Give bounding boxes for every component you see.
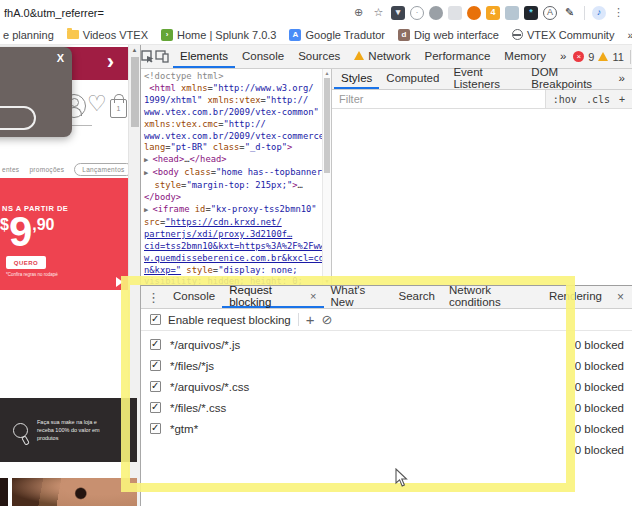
code-line[interactable]: n&kxp=" style="display: none; (144, 265, 331, 277)
tab-computed[interactable]: Computed (379, 69, 446, 89)
code-line[interactable]: lang="pt-BR" class="_d-top"> (144, 142, 331, 154)
tab-network[interactable]: Network (347, 45, 417, 68)
blocked-pattern-row[interactable]: 0 blocked (141, 439, 632, 460)
drawer-tab-search[interactable]: Search (392, 286, 442, 308)
bookmark-videos-vtex[interactable]: Videos VTEX (67, 29, 148, 41)
scrollbar-thumb[interactable] (324, 78, 330, 173)
add-pattern-icon[interactable]: + (306, 312, 315, 327)
bookmark-e-planning[interactable]: e planning (3, 29, 54, 41)
toggle-[interactable]: + (619, 94, 625, 105)
pattern-checkbox[interactable] (150, 360, 161, 371)
tab-console[interactable]: Console (235, 45, 291, 68)
blocked-pattern-row[interactable]: *gtm*0 blocked (141, 418, 632, 439)
nav-item-entes[interactable]: entes (2, 166, 19, 173)
elements-scrollbar[interactable]: ▲ ▼ (322, 69, 331, 285)
device-toolbar-icon[interactable] (155, 45, 169, 68)
tab-elements[interactable]: Elements (173, 45, 235, 68)
bookmark-google-tradutor[interactable]: AGoogle Tradutor (289, 29, 385, 41)
tab-sources[interactable]: Sources (291, 45, 347, 68)
toggle-cls[interactable]: .cls (586, 94, 610, 105)
toggle-hov[interactable]: :hov (553, 94, 577, 105)
ext-gear-icon[interactable] (429, 6, 443, 20)
banner-next-chevron-icon[interactable]: › (107, 49, 114, 75)
code-line[interactable]: www.vtex.com.br/2009/vtex-commerce" (144, 131, 331, 143)
code-line[interactable]: xmlns:vtex.cmc="http:// (144, 119, 331, 131)
promo-card[interactable]: Faça sua make na loja e receba 100% do v… (0, 398, 137, 462)
enable-blocking-checkbox[interactable] (150, 314, 161, 325)
remove-all-icon[interactable]: ⊘ (322, 313, 333, 326)
scroll-up-icon[interactable]: ▲ (323, 70, 331, 76)
code-line[interactable]: style="margin-top: 215px;">… (144, 180, 331, 192)
tab-performance[interactable]: Performance (418, 45, 498, 68)
scrollbar-thumb[interactable] (131, 57, 139, 127)
tab-dom-breakpoints[interactable]: DOM Breakpoints (524, 69, 611, 89)
bookmark-dig-web-interface[interactable]: dDig web interface (398, 29, 499, 41)
bookmark-star-icon[interactable]: ☆ (371, 5, 386, 20)
browser-menu-icon[interactable]: ⋮ (611, 5, 626, 20)
drawer-tab-rendering[interactable]: Rendering (542, 286, 609, 308)
code-line[interactable]: www.vtex.com.br/2009/vtex-common" (144, 107, 331, 119)
tab-styles[interactable]: Styles (334, 69, 379, 89)
ext-a-icon[interactable]: A (543, 6, 557, 20)
pattern-checkbox[interactable] (150, 381, 161, 392)
code-line[interactable]: cid=tss2bmn10&kxt=https%3A%2F%2Fww (144, 241, 331, 253)
blocked-pattern-row[interactable]: */arquivos/*.css0 blocked (141, 376, 632, 397)
drawer-tab-network-conditions[interactable]: Network conditions (442, 286, 542, 308)
cart-bag-icon[interactable]: 1 (110, 99, 127, 118)
ext-walker-icon[interactable] (505, 6, 519, 20)
styles-filter-input[interactable]: Filter (332, 93, 363, 105)
media-note-icon[interactable]: ♪ (592, 6, 606, 20)
carousel-arrow-icon[interactable] (116, 277, 123, 287)
ext-orange-4-icon[interactable]: 4 (486, 6, 500, 20)
pattern-checkbox[interactable] (150, 402, 161, 413)
zoom-icon[interactable]: ⊕ (351, 5, 366, 20)
code-line[interactable]: ▶ <head>…</head> (144, 154, 331, 167)
pattern-checkbox[interactable] (150, 423, 161, 434)
error-badge-icon[interactable]: × (573, 51, 584, 62)
code-line[interactable]: src="https://cdn.krxd.net/ (144, 217, 331, 229)
nav-item-lan-amentos[interactable]: Lançamentos (74, 163, 132, 176)
ext-timer-icon[interactable]: · (410, 6, 424, 20)
bookmarks-overflow-chevron[interactable]: » (627, 29, 632, 41)
drawer-menu-icon[interactable]: ⋮ (141, 286, 166, 308)
wishlist-heart-icon[interactable]: ♡ (87, 91, 107, 117)
dom-code[interactable]: <!doctype html> <html xmlns="http://www.… (141, 69, 331, 285)
ext-shield-icon[interactable]: ▾ (391, 6, 405, 20)
blocked-pattern-row[interactable]: */files/*js0 blocked (141, 355, 632, 376)
code-line[interactable]: w.quemdisseberenice.com.br&kxcl=cd (144, 253, 331, 265)
code-line[interactable]: <html xmlns="http://www.w3.org/ (144, 83, 331, 95)
pattern-checkbox[interactable] (150, 339, 161, 350)
ext-pen-icon[interactable]: ✎ (562, 5, 577, 20)
hero-banner[interactable]: NS A PARTIR DE $ 9 ,90 QUERO *Confira re… (0, 178, 128, 290)
url-text[interactable]: fhA.0&utm_referrer= (4, 7, 104, 19)
inspect-element-icon[interactable] (141, 45, 155, 68)
drawer-tab-request-blocking[interactable]: Request blocking× (222, 286, 323, 308)
bookmark-vtex-community[interactable]: VTEX Community (512, 29, 614, 41)
drawer-tab-what-s-new[interactable]: What's New (324, 286, 392, 308)
tab-event-listeners[interactable]: Event Listeners (446, 69, 524, 89)
address-bar[interactable]: fhA.0&utm_referrer= ⊕☆▾·4*A✎♪⋮ (0, 0, 632, 25)
code-line[interactable]: 1999/xhtml" xmlns:vtex="http:// (144, 95, 331, 107)
popup-close-icon[interactable]: X (57, 52, 64, 64)
ext-pumpkin-icon[interactable] (467, 6, 481, 20)
code-line[interactable]: partnerjs/xdi/proxy.3d2100f… (144, 229, 331, 241)
ext-react-icon[interactable]: * (524, 6, 538, 20)
tab-memory[interactable]: Memory (497, 45, 553, 68)
drawer-close-icon[interactable]: × (609, 286, 632, 308)
elements-tree-panel[interactable]: <!doctype html> <html xmlns="http://www.… (141, 69, 331, 285)
code-line[interactable]: ▶ <body class="home has--topbanner" (144, 167, 331, 180)
hero-cta-button[interactable]: QUERO (6, 256, 46, 269)
more-tabs-chevron[interactable]: » (553, 45, 573, 68)
nav-item-promo-es[interactable]: promoções (29, 166, 64, 173)
bookmark-home-splunk-7-0-3[interactable]: ›Home | Splunk 7.0.3 (161, 29, 276, 41)
drawer-tab-console[interactable]: Console (166, 286, 222, 308)
tab-close-icon[interactable]: × (310, 290, 316, 302)
warning-badge-icon[interactable] (598, 52, 608, 61)
scroll-up-icon[interactable]: ▲ (129, 47, 140, 53)
ext-faded-icon[interactable] (448, 6, 462, 20)
more-sidebar-tabs-chevron[interactable]: » (612, 69, 632, 89)
blocked-pattern-row[interactable]: */arquivos/*.js0 blocked (141, 334, 632, 355)
code-line[interactable]: ▶ <iframe id="kx-proxy-tss2bmn10" (144, 204, 331, 217)
code-line[interactable]: <!doctype html> (144, 71, 331, 83)
blocked-pattern-row[interactable]: */files/*.css0 blocked (141, 397, 632, 418)
